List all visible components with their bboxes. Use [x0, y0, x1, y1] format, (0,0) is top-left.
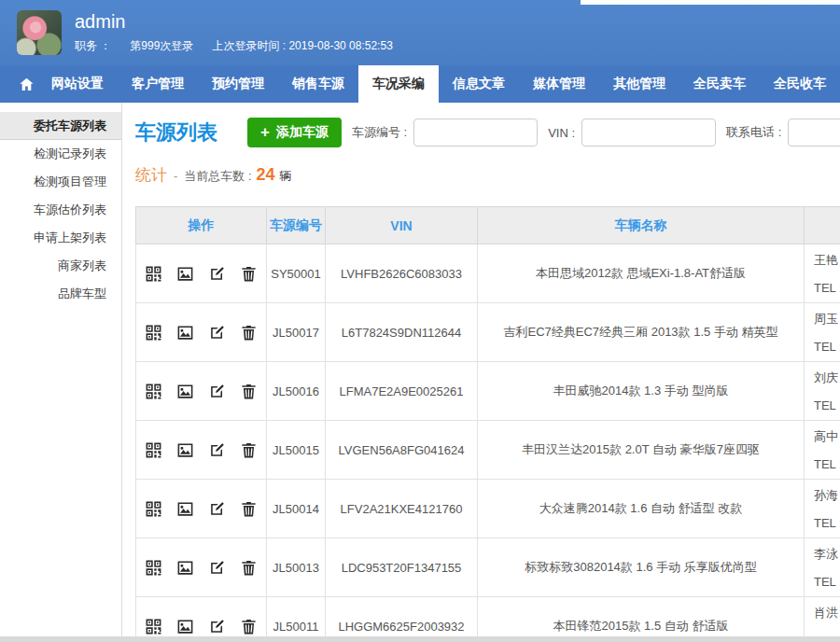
image-button[interactable] — [176, 618, 194, 635]
qrcode-button[interactable] — [145, 265, 162, 283]
edit-button[interactable] — [208, 500, 226, 518]
edit-button[interactable] — [208, 265, 226, 283]
table-row: SY50001 LVHFB2626C6083033 本田思域2012款 思域EX… — [136, 244, 840, 303]
car-code-input[interactable] — [413, 119, 538, 147]
edit-button[interactable] — [208, 324, 226, 342]
image-button[interactable] — [176, 559, 194, 577]
stats-unit: 辆 — [280, 168, 292, 185]
qrcode-button[interactable] — [145, 559, 162, 577]
col-header-car-name: 车辆名称 — [478, 207, 805, 244]
page-title: 车源列表 — [135, 119, 217, 147]
nav-item-car-condition[interactable]: 车况采编 — [358, 65, 439, 103]
edit-icon — [208, 441, 226, 459]
trash-icon — [240, 441, 258, 459]
edit-button[interactable] — [208, 441, 226, 459]
car-code-cell: JL50014 — [267, 480, 326, 538]
user-avatar[interactable] — [17, 10, 62, 55]
qrcode-button[interactable] — [145, 441, 162, 459]
nav-item-public-sell[interactable]: 全民卖车 — [679, 65, 760, 103]
contact-name: 周玉 — [814, 311, 840, 328]
delete-button[interactable] — [240, 324, 258, 342]
trash-icon — [240, 559, 258, 577]
top-header: admin 职务 ： 第999次登录 上次登录时间 : 2019-08-30 0… — [0, 0, 840, 65]
vin-label: VIN : — [548, 126, 575, 140]
delete-button[interactable] — [240, 441, 258, 459]
delete-button[interactable] — [240, 618, 258, 635]
contact-name: 孙海 — [814, 487, 840, 504]
delete-button[interactable] — [240, 559, 258, 577]
nav-item-other-mgmt[interactable]: 其他管理 — [599, 65, 679, 103]
nav-item-sales-source[interactable]: 销售车源 — [278, 65, 358, 103]
qrcode-button[interactable] — [145, 383, 162, 400]
delete-button[interactable] — [240, 265, 258, 283]
vin-cell: LVGEN56A8FG041624 — [326, 421, 478, 480]
sidebar-item-merchant-list[interactable]: 商家列表 — [0, 252, 121, 280]
home-button[interactable] — [15, 65, 37, 103]
contact-name: 肖洪 — [814, 605, 840, 621]
edit-icon — [208, 383, 226, 400]
car-list-table: 操作 车源编号 VIN 车辆名称 SY50001 LVHFB262 — [135, 206, 840, 642]
nav-item-website-settings[interactable]: 网站设置 — [37, 65, 118, 103]
qrcode-icon — [145, 500, 162, 518]
phone-input[interactable] — [788, 119, 840, 147]
sidebar-item-brand-models[interactable]: 品牌车型 — [0, 280, 121, 308]
image-button[interactable] — [176, 324, 194, 342]
main-navbar: 网站设置 客户管理 预约管理 销售车源 车况采编 信息文章 媒体管理 其他管理 … — [0, 65, 840, 103]
top-edge-highlight — [581, 0, 840, 5]
table-row: JL50011 LHGGM6625F2003932 本田锋范2015款 1.5 … — [136, 597, 840, 642]
qrcode-button[interactable] — [145, 324, 162, 342]
edit-button[interactable] — [208, 618, 226, 635]
nav-item-booking-mgmt[interactable]: 预约管理 — [198, 65, 278, 103]
edit-icon — [208, 559, 226, 577]
image-icon — [176, 559, 194, 577]
edit-button[interactable] — [208, 383, 226, 400]
page-body: 委托车源列表 检测记录列表 检测项目管理 车源估价列表 申请上架列表 商家列表 … — [0, 103, 840, 642]
table-row: JL50016 LFMA7E2A9E0025261 丰田威驰2014款 1.3 … — [136, 362, 840, 421]
trash-icon — [240, 500, 258, 518]
delete-button[interactable] — [240, 500, 258, 518]
delete-button[interactable] — [240, 383, 258, 400]
stats-count-value: 24 — [257, 165, 275, 185]
phone-label: 联系电话 : — [726, 124, 781, 141]
stats-bar: 统计 - 当前总车数 : 24 辆 — [135, 164, 840, 186]
image-button[interactable] — [176, 265, 194, 283]
add-car-button[interactable]: + 添加车源 — [247, 118, 342, 147]
qrcode-icon — [145, 559, 162, 577]
horizontal-scrollbar[interactable] — [0, 636, 840, 642]
qrcode-button[interactable] — [145, 500, 162, 518]
sidebar-item-inspection-projects[interactable]: 检测项目管理 — [0, 168, 121, 196]
image-button[interactable] — [176, 383, 194, 400]
login-count: 第999次登录 — [130, 38, 193, 54]
edit-button[interactable] — [208, 559, 226, 577]
image-icon — [176, 324, 194, 342]
nav-item-customer-mgmt[interactable]: 客户管理 — [118, 65, 198, 103]
contact-tel-label: TEL : — [814, 281, 840, 295]
main-content: 车源列表 + 添加车源 车源编号 : VIN : 联系电话 : 统计 - 当前总… — [122, 103, 840, 642]
contact-tel-label: TEL : — [814, 457, 840, 471]
sidebar-item-valuation-list[interactable]: 车源估价列表 — [0, 196, 121, 224]
car-code-cell: JL50016 — [267, 362, 326, 421]
col-header-contact — [805, 207, 840, 244]
car-code-cell: JL50013 — [267, 538, 326, 597]
trash-icon — [240, 324, 258, 342]
sidebar-item-listing-requests[interactable]: 申请上架列表 — [0, 224, 121, 252]
qrcode-button[interactable] — [145, 618, 162, 635]
table-row: JL50014 LFV2A21KXE4121760 大众速腾2014款 1.6 … — [136, 480, 840, 538]
role-label: 职务 ： — [75, 38, 111, 54]
edit-icon — [208, 500, 226, 518]
image-button[interactable] — [176, 441, 194, 459]
vin-input[interactable] — [581, 119, 716, 147]
image-icon — [176, 618, 194, 635]
nav-item-media-mgmt[interactable]: 媒体管理 — [519, 65, 599, 103]
contact-name: 王艳 — [814, 252, 840, 269]
vin-cell: L6T7824S9DN112644 — [326, 303, 478, 362]
car-code-cell: JL50015 — [267, 421, 326, 480]
nav-item-info-articles[interactable]: 信息文章 — [439, 65, 519, 103]
sidebar-item-inspection-records[interactable]: 检测记录列表 — [0, 140, 121, 168]
sidebar-item-consigned-cars[interactable]: 委托车源列表 — [0, 112, 121, 140]
edit-icon — [208, 324, 226, 342]
image-button[interactable] — [176, 500, 194, 518]
filter-phone: 联系电话 : — [726, 119, 840, 147]
nav-item-public-buy[interactable]: 全民收车 — [760, 65, 840, 103]
contact-name: 刘庆 — [814, 370, 840, 386]
